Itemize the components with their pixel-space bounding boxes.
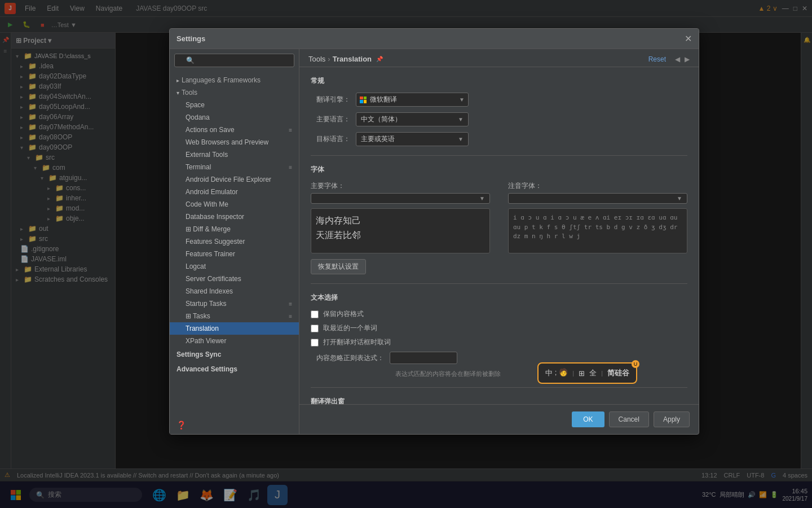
- target-lang-select[interactable]: 主要或英语 ▼: [356, 132, 469, 146]
- settings-item-xpath-viewer[interactable]: XPath Viewer: [170, 335, 299, 347]
- settings-item-space[interactable]: Space: [170, 99, 299, 111]
- arrow-icon: ▸: [176, 77, 179, 84]
- phonetic-font-dropdown-arrow: ▼: [677, 195, 682, 202]
- phonetic-font-label: 注音字体：: [508, 181, 687, 191]
- breadcrumb-pin-icon: 📌: [376, 56, 383, 62]
- primary-font-dropdown-arrow: ▼: [479, 195, 485, 202]
- floating-widget: 中 ; 🧑 | ⊞ 全 | 简硅谷 U: [537, 362, 637, 384]
- group-label: Tools: [182, 89, 197, 97]
- settings-item-server-certificates[interactable]: Server Certificates: [170, 273, 299, 285]
- target-lang-value: 主要或英语: [361, 134, 395, 144]
- settings-item-logcat[interactable]: Logcat: [170, 260, 299, 273]
- primary-lang-select[interactable]: 中文（简体） ▼: [356, 112, 469, 126]
- settings-item-features-trainer[interactable]: Features Trainer: [170, 248, 299, 260]
- settings-search: [170, 49, 299, 72]
- primary-lang-dropdown-arrow: ▼: [458, 116, 464, 122]
- settings-item-actions-on-save[interactable]: Actions on Save≡: [170, 124, 299, 136]
- settings-item-tasks[interactable]: ⊞ Tasks≡: [170, 310, 299, 322]
- widget-icon-grid: ⊞: [579, 369, 585, 378]
- widget-divider: |: [572, 370, 574, 376]
- font-preview-text: 海内存知己 天涯若比邻: [316, 213, 485, 242]
- primary-lang-value: 中文（简体）: [361, 115, 401, 124]
- settings-item-translation[interactable]: Translation: [170, 322, 299, 335]
- font-columns: 主要字体： ▼ 海内存知己 天涯若比邻 注音字体：: [311, 181, 687, 253]
- widget-icon-1: 中: [545, 368, 553, 378]
- primary-font-select[interactable]: ▼: [311, 193, 490, 204]
- primary-font-label: 主要字体：: [311, 181, 490, 191]
- reset-button[interactable]: Reset: [648, 55, 666, 63]
- phonetic-font-select[interactable]: ▼: [508, 193, 687, 204]
- settings-item-diff-merge[interactable]: ⊞ Diff & Merge: [170, 223, 299, 235]
- settings-item-web-browsers[interactable]: Web Browsers and Preview: [170, 136, 299, 148]
- open-dialog-label: 打开翻译对话框时取词: [323, 338, 391, 347]
- reset-defaults-button[interactable]: 恢复默认设置: [311, 259, 366, 274]
- settings-content: Tools › Translation 📌 Reset ◀ ▶ 常规 翻译: [299, 49, 699, 434]
- cancel-button[interactable]: Cancel: [609, 411, 649, 427]
- widget-icon-2: ;: [555, 368, 557, 378]
- engine-select[interactable]: 微软翻译 ▼: [356, 93, 469, 107]
- settings-sidebar: ▸ Languages & Frameworks ▾ Tools Space Q…: [170, 49, 299, 434]
- breadcrumb-current: Translation: [333, 55, 372, 63]
- engine-row: 翻译引擎： 微软翻译 ▼: [311, 93, 687, 107]
- settings-group-header-tools[interactable]: ▾ Tools: [170, 86, 299, 99]
- settings-item-qodana[interactable]: Qodana: [170, 111, 299, 124]
- widget-icon-full: 全: [589, 368, 597, 378]
- settings-item-android-device[interactable]: Android Device File Explorer: [170, 173, 299, 186]
- settings-item-external-tools[interactable]: External Tools: [170, 148, 299, 161]
- ignore-regex-label: 内容忽略正则表达式：: [311, 353, 390, 363]
- target-lang-label: 目标语言：: [311, 134, 356, 144]
- nearest-word-label: 取最近的一个单词: [323, 323, 377, 333]
- settings-item-startup-tasks[interactable]: Startup Tasks≡: [170, 297, 299, 310]
- target-lang-dropdown-arrow: ▼: [458, 136, 464, 142]
- settings-item-code-with-me[interactable]: Code With Me: [170, 198, 299, 211]
- keep-format-label: 保留内容格式: [323, 309, 364, 319]
- widget-icons: 中 ; 🧑: [545, 368, 568, 378]
- apply-button[interactable]: Apply: [654, 411, 690, 427]
- nearest-word-checkbox[interactable]: [311, 325, 319, 332]
- settings-item-database-inspector[interactable]: Database Inspector: [170, 211, 299, 223]
- ok-button[interactable]: OK: [572, 411, 604, 427]
- primary-lang-row: 主要语言： 中文（简体） ▼: [311, 112, 687, 126]
- keep-format-row: 保留内容格式: [311, 309, 687, 319]
- dialog-footer: OK Cancel Apply: [299, 404, 699, 434]
- settings-group-settings-sync[interactable]: Settings Sync: [170, 347, 299, 362]
- open-dialog-row: 打开翻译对话框时取词: [311, 338, 687, 347]
- engine-dropdown-arrow: ▼: [459, 97, 465, 103]
- section-general-title: 常规: [311, 76, 687, 86]
- widget-divider-2: |: [601, 370, 603, 376]
- dialog-close-button[interactable]: ✕: [685, 33, 692, 44]
- breadcrumb-separator: ›: [328, 55, 330, 63]
- divider-3: [311, 387, 687, 388]
- help-icon[interactable]: ❓: [176, 421, 186, 430]
- settings-item-terminal[interactable]: Terminal≡: [170, 161, 299, 173]
- settings-group-tools: ▾ Tools Space Qodana Actions on Save≡ We…: [170, 86, 299, 347]
- dialog-overlay: Settings ✕ ▸ Languages & Frameworks: [0, 0, 812, 508]
- advanced-settings-label: Advanced Settings: [176, 365, 237, 373]
- breadcrumb: Tools › Translation 📌: [308, 55, 383, 63]
- settings-tree: ▸ Languages & Frameworks ▾ Tools Space Q…: [170, 72, 299, 416]
- primary-lang-label: 主要语言：: [311, 115, 356, 124]
- ignore-regex-input[interactable]: [\`/#$]: [390, 352, 457, 364]
- settings-item-features-suggester[interactable]: Features Suggester: [170, 235, 299, 248]
- divider-1: [311, 155, 687, 156]
- open-dialog-checkbox[interactable]: [311, 339, 319, 347]
- keep-format-checkbox[interactable]: [311, 310, 319, 318]
- arrow-icon: ▾: [176, 90, 179, 96]
- settings-sync-label: Settings Sync: [176, 351, 221, 358]
- settings-group-header-languages[interactable]: ▸ Languages & Frameworks: [170, 74, 299, 86]
- nav-back-icon[interactable]: ◀: [675, 55, 680, 63]
- nearest-word-row: 取最近的一个单词: [311, 323, 687, 333]
- settings-search-input[interactable]: [174, 54, 294, 67]
- group-label: Languages & Frameworks: [182, 76, 261, 84]
- settings-item-android-emulator[interactable]: Android Emulator: [170, 186, 299, 198]
- primary-font-col: 主要字体： ▼ 海内存知己 天涯若比邻: [311, 181, 490, 253]
- nav-forward-icon[interactable]: ▶: [685, 55, 690, 63]
- settings-item-shared-indexes[interactable]: Shared Indexes: [170, 285, 299, 297]
- settings-content-header: Tools › Translation 📌 Reset ◀ ▶: [299, 49, 699, 67]
- microsoft-icon: [360, 97, 367, 103]
- widget-pin: U: [632, 360, 639, 368]
- target-lang-row: 目标语言： 主要或英语 ▼: [311, 132, 687, 146]
- widget-brand: 简硅谷: [607, 368, 629, 378]
- section-translation-popup-title: 翻译弹出窗: [311, 397, 687, 404]
- settings-group-advanced[interactable]: Advanced Settings: [170, 362, 299, 376]
